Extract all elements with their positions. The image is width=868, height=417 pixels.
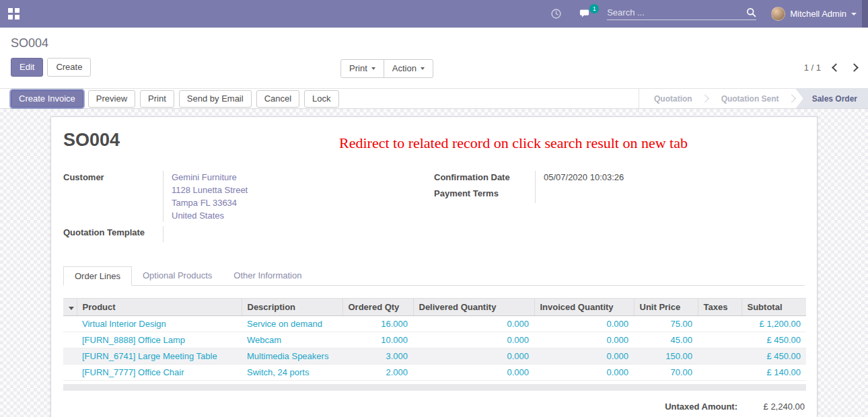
cell-product[interactable]: [FURN_6741] Large Meeting Table	[77, 348, 242, 365]
form-sheet: SO004 Redirect to related record on clic…	[50, 116, 818, 417]
cell-subtotal[interactable]: £ 450.00	[742, 348, 806, 365]
cell-unit-price[interactable]: 70.00	[634, 365, 698, 381]
confirmation-date-value: 05/07/2020 10:03:26	[544, 171, 778, 187]
cell-invoiced-qty[interactable]: 0.000	[534, 332, 634, 348]
top-navbar: 1 Mitchell Admin	[0, 0, 868, 28]
cell-description[interactable]: Switch, 24 ports	[242, 365, 342, 381]
cancel-button[interactable]: Cancel	[256, 90, 299, 108]
customer-street[interactable]: 1128 Lunetta Street	[172, 184, 434, 196]
cell-ordered-qty[interactable]: 10.000	[342, 332, 413, 348]
header-delivered-quantity[interactable]: Delivered Quantity	[413, 299, 534, 316]
caret-down-icon	[421, 67, 425, 70]
preview-button[interactable]: Preview	[88, 90, 135, 108]
order-line-row[interactable]: [FURN_8888] Office LampWebcam10.0000.000…	[63, 332, 806, 348]
order-line-row[interactable]: [FURN_6741] Large Meeting TableMultimedi…	[63, 348, 806, 365]
cell-product[interactable]: Virtual Interior Design	[77, 316, 242, 332]
chevron-down-icon	[851, 13, 857, 15]
header-subtotal[interactable]: Subtotal	[742, 299, 806, 316]
overlay-annotation: Redirect to related record on click sear…	[339, 135, 688, 152]
systray: 1	[550, 8, 592, 20]
customer-name-link[interactable]: Gemini Furniture	[172, 171, 434, 184]
print-menu-button[interactable]: Print	[340, 59, 384, 78]
header-invoiced-quantity[interactable]: Invoiced Quantity	[534, 299, 634, 316]
user-name: Mitchell Admin	[790, 9, 846, 19]
customer-field: Customer Gemini Furniture 1128 Lunetta S…	[63, 171, 434, 222]
state-quotation-sent[interactable]: Quotation Sent	[709, 89, 791, 108]
untaxed-amount-value: £ 2,240.00	[737, 402, 805, 412]
row-handle-cell	[63, 365, 77, 381]
search-input[interactable]	[607, 7, 746, 17]
pager-previous-button[interactable]	[832, 63, 840, 72]
cell-delivered-qty[interactable]: 0.000	[413, 316, 534, 332]
cell-unit-price[interactable]: 45.00	[634, 332, 698, 348]
edit-button[interactable]: Edit	[11, 58, 43, 77]
cell-taxes[interactable]	[698, 365, 742, 381]
customer-city[interactable]: Tampa FL 33634	[172, 196, 434, 209]
user-avatar	[771, 7, 785, 21]
order-line-row[interactable]: Virtual Interior DesignService on demand…	[63, 316, 806, 332]
header-taxes[interactable]: Taxes	[698, 299, 742, 316]
print-button[interactable]: Print	[140, 90, 174, 108]
cell-description[interactable]: Multimedia Speakers	[242, 348, 342, 365]
create-button[interactable]: Create	[47, 58, 91, 77]
user-menu[interactable]: Mitchell Admin	[771, 7, 857, 21]
pager-value: 1 / 1	[804, 63, 821, 73]
send-by-email-button[interactable]: Send by Email	[179, 90, 252, 108]
customer-label: Customer	[63, 171, 163, 184]
create-invoice-button[interactable]: Create Invoice	[11, 90, 83, 108]
tab-optional-products[interactable]: Optional Products	[132, 266, 223, 286]
pager-next-button[interactable]	[850, 63, 859, 72]
cell-delivered-qty[interactable]: 0.000	[413, 348, 534, 365]
cell-product[interactable]: [FURN_8888] Office Lamp	[77, 332, 242, 348]
state-sales-order[interactable]: Sales Order	[796, 89, 868, 108]
customer-country[interactable]: United States	[172, 209, 434, 222]
messages-chat-icon[interactable]: 1	[579, 9, 592, 20]
cell-subtotal[interactable]: £ 1,200.00	[742, 316, 806, 332]
cell-ordered-qty[interactable]: 3.000	[342, 348, 413, 365]
apps-menu-icon[interactable]	[8, 8, 20, 20]
header-caret-cell[interactable]	[63, 299, 77, 316]
header-ordered-qty[interactable]: Ordered Qty	[342, 299, 413, 316]
cell-invoiced-qty[interactable]: 0.000	[534, 365, 634, 381]
untaxed-amount-label: Untaxed Amount:	[665, 402, 737, 412]
cell-invoiced-qty[interactable]: 0.000	[534, 348, 634, 365]
cell-subtotal[interactable]: £ 140.00	[742, 365, 806, 381]
activities-clock-icon[interactable]	[550, 8, 562, 20]
caret-down-icon	[69, 307, 74, 310]
table-footer-strip	[63, 384, 806, 391]
tab-order-lines[interactable]: Order Lines	[63, 266, 132, 286]
search-icon[interactable]	[746, 7, 756, 17]
cell-description[interactable]: Webcam	[242, 332, 342, 348]
message-count-badge: 1	[589, 4, 599, 13]
cell-unit-price[interactable]: 150.00	[634, 348, 698, 365]
status-steps: Quotation Quotation Sent Sales Order	[639, 89, 868, 108]
cell-delivered-qty[interactable]: 0.000	[413, 365, 534, 381]
quotation-template-field: Quotation Template	[63, 226, 434, 242]
cell-ordered-qty[interactable]: 16.000	[342, 316, 413, 332]
cell-taxes[interactable]	[698, 332, 742, 348]
cell-delivered-qty[interactable]: 0.000	[413, 332, 534, 348]
cell-description[interactable]: Service on demand	[242, 316, 342, 332]
quotation-template-value[interactable]	[172, 226, 434, 242]
order-lines-table: Product Description Ordered Qty Delivere…	[63, 298, 806, 381]
state-quotation[interactable]: Quotation	[642, 89, 704, 108]
cell-invoiced-qty[interactable]: 0.000	[534, 316, 634, 332]
cell-ordered-qty[interactable]: 2.000	[342, 365, 413, 381]
cell-unit-price[interactable]: 75.00	[634, 316, 698, 332]
header-product[interactable]: Product	[77, 299, 242, 316]
header-unit-price[interactable]: Unit Price	[634, 299, 698, 316]
lock-button[interactable]: Lock	[304, 90, 338, 108]
order-line-row[interactable]: [FURN_7777] Office ChairSwitch, 24 ports…	[63, 365, 806, 381]
cell-product[interactable]: [FURN_7777] Office Chair	[77, 365, 242, 381]
navbar-edge-strip	[862, 0, 868, 28]
cell-taxes[interactable]	[698, 348, 742, 365]
quotation-template-label: Quotation Template	[63, 226, 163, 242]
cell-subtotal[interactable]: £ 450.00	[742, 332, 806, 348]
header-description[interactable]: Description	[242, 299, 342, 316]
row-handle-cell	[63, 316, 77, 332]
cell-taxes[interactable]	[698, 316, 742, 332]
field-groups: Customer Gemini Furniture 1128 Lunetta S…	[63, 171, 805, 246]
tab-other-information[interactable]: Other Information	[223, 266, 312, 286]
payment-terms-value[interactable]	[544, 187, 778, 203]
action-menu-button[interactable]: Action	[384, 59, 433, 78]
